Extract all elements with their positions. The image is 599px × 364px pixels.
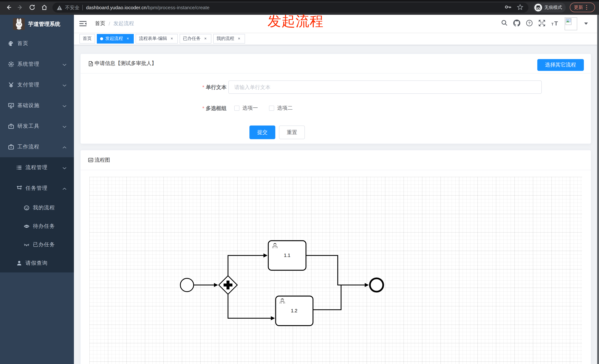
chevron-up-icon xyxy=(62,185,67,191)
tab-my-process[interactable]: 我的流程 × xyxy=(213,34,245,43)
sidebar-item-label: 工作流程 xyxy=(17,144,40,150)
checkbox-option-2[interactable]: 选项二 xyxy=(269,105,293,111)
chevron-down-icon xyxy=(62,103,67,109)
bpmn-user-task-2[interactable]: 1.2 xyxy=(276,296,313,326)
sidebar-item-home[interactable]: 首页 xyxy=(0,33,74,54)
app-logo[interactable]: 芋道管理系统 xyxy=(0,15,74,33)
sidebar-item-task-mgmt[interactable]: 任务管理 xyxy=(0,178,74,199)
incognito-label: 无痕模式 xyxy=(544,4,562,11)
breadcrumb-home[interactable]: 首页 xyxy=(95,20,105,27)
sidebar: 芋道管理系统 首页 系统管理 支付管理 基础设施 xyxy=(0,15,74,364)
single-text-input[interactable] xyxy=(228,80,542,94)
github-icon[interactable] xyxy=(513,19,520,28)
sidebar-item-done-tasks[interactable]: 已办任务 xyxy=(0,236,74,254)
checkbox-option-1[interactable]: 选项一 xyxy=(234,105,258,111)
bpmn-end-event[interactable] xyxy=(370,278,383,292)
sidebar-item-leave-query[interactable]: 请假查询 xyxy=(0,254,74,272)
sidebar-item-system[interactable]: 系统管理 xyxy=(0,54,74,75)
url-divider xyxy=(82,5,83,10)
edge-task2-to-end xyxy=(313,285,341,310)
chevron-up-icon xyxy=(62,144,67,150)
fullscreen-icon[interactable] xyxy=(538,19,546,28)
choose-other-process-button[interactable]: 选择其它流程 xyxy=(537,59,584,71)
tab-start-process[interactable]: 发起流程 × xyxy=(97,34,134,43)
sidebar-item-label: 流程管理 xyxy=(26,164,48,171)
browser-forward-button[interactable] xyxy=(17,4,24,11)
browser-back-button[interactable] xyxy=(5,4,12,11)
apply-info-title: 申请信息【测试多审批人】 xyxy=(95,60,157,67)
chevron-down-icon xyxy=(62,165,67,170)
bpmn-user-task-1[interactable]: 1.1 xyxy=(268,241,306,270)
flow-chart-card-header: 流程图 xyxy=(80,150,591,170)
font-size-icon[interactable]: TT xyxy=(551,20,559,28)
edge-gateway-to-task2 xyxy=(228,294,271,318)
dashboard-icon xyxy=(8,41,14,47)
browser-update-button[interactable]: 更新 xyxy=(570,3,595,12)
avatar-dropdown-caret-icon[interactable] xyxy=(584,23,588,25)
briefcase-icon xyxy=(8,144,14,150)
reset-button[interactable]: 重置 xyxy=(279,126,305,139)
form-row-text: *单行文本 xyxy=(80,80,591,94)
yen-icon xyxy=(8,82,14,88)
sidebar-item-todo-tasks[interactable]: 待办任务 xyxy=(0,217,74,236)
sidebar-item-label: 研发工具 xyxy=(17,123,40,130)
password-key-icon[interactable] xyxy=(505,4,512,11)
broken-image-icon xyxy=(565,18,576,29)
close-tab-icon[interactable]: × xyxy=(125,36,131,41)
sidebar-item-infra[interactable]: 基础设施 xyxy=(0,95,74,116)
help-icon[interactable]: ? xyxy=(526,19,533,28)
navbar: 首页 / 发起流程 ? TT xyxy=(74,15,599,33)
incognito-icon xyxy=(534,4,542,11)
browser-home-button[interactable] xyxy=(41,4,48,11)
browser-menu-kebab-icon[interactable] xyxy=(586,5,587,10)
submit-button[interactable]: 提交 xyxy=(249,126,275,139)
active-tab-dot xyxy=(100,37,103,40)
sidebar-collapse-icon[interactable] xyxy=(79,21,87,28)
checkbox-icon[interactable] xyxy=(234,106,239,111)
scrollbar[interactable] xyxy=(597,15,599,364)
tags-view-bar: 首页 发起流程 × 流程表单-编辑 × 已办任务 × 我的流程 × xyxy=(74,33,599,45)
user-icon xyxy=(16,260,22,266)
tab-home[interactable]: 首页 xyxy=(79,34,95,43)
field-label-checkbox-group: *多选框组 xyxy=(80,103,227,114)
breadcrumb-current: 发起流程 xyxy=(114,20,134,27)
image-chart-icon xyxy=(88,157,94,163)
form-actions: 提交 重置 xyxy=(249,126,305,139)
search-icon[interactable] xyxy=(501,20,508,28)
eye-icon xyxy=(24,223,30,229)
sidebar-item-devtools[interactable]: 研发工具 xyxy=(0,116,74,137)
sidebar-item-label: 首页 xyxy=(17,40,28,47)
edge-gateway-to-task1 xyxy=(228,255,264,276)
avatar[interactable] xyxy=(565,17,577,30)
browser-reload-button[interactable] xyxy=(29,4,35,11)
sidebar-item-process-mgmt[interactable]: 流程管理 xyxy=(0,157,74,178)
monitor-icon xyxy=(8,103,14,109)
sidebar-item-payment[interactable]: 支付管理 xyxy=(0,75,74,95)
checkbox-icon[interactable] xyxy=(269,106,274,111)
task-label: 1.2 xyxy=(291,308,298,313)
sidebar-item-my-process[interactable]: 我的流程 xyxy=(0,199,74,217)
app-title: 芋道管理系统 xyxy=(28,20,60,27)
close-tab-icon[interactable]: × xyxy=(169,36,174,41)
address-bar[interactable]: 不安全 dashboard.yudao.iocoder.cn/bpm/proce… xyxy=(53,3,529,13)
security-label: 不安全 xyxy=(65,4,79,11)
edge-task1-to-end xyxy=(306,255,365,285)
breadcrumb-separator: / xyxy=(109,21,110,26)
url-path: /bpm/process-instance/create xyxy=(147,5,210,10)
close-tab-icon[interactable]: × xyxy=(237,36,242,41)
bookmark-star-icon[interactable] xyxy=(517,4,523,11)
field-label-single-text: *单行文本 xyxy=(80,80,227,94)
bpmn-canvas[interactable]: 1.1 1.2 xyxy=(89,177,582,364)
checkbox-group: 选项一 选项二 xyxy=(234,103,293,114)
sidebar-item-label: 基础设施 xyxy=(17,102,40,109)
sidebar-item-workflow[interactable]: 工作流程 xyxy=(0,137,74,157)
bpmn-diagram: 1.1 1.2 xyxy=(89,177,583,364)
breadcrumb: 首页 / 发起流程 xyxy=(95,15,134,33)
bpmn-parallel-gateway[interactable] xyxy=(219,276,237,294)
close-tab-icon[interactable]: × xyxy=(203,36,208,41)
bpmn-start-event[interactable] xyxy=(180,278,194,292)
tab-process-form-edit[interactable]: 流程表单-编辑 × xyxy=(136,34,178,43)
not-secure-warning-icon[interactable] xyxy=(56,4,63,11)
incognito-profile-chip[interactable]: 无痕模式 xyxy=(533,3,566,13)
tab-done-tasks[interactable]: 已办任务 × xyxy=(180,34,211,43)
